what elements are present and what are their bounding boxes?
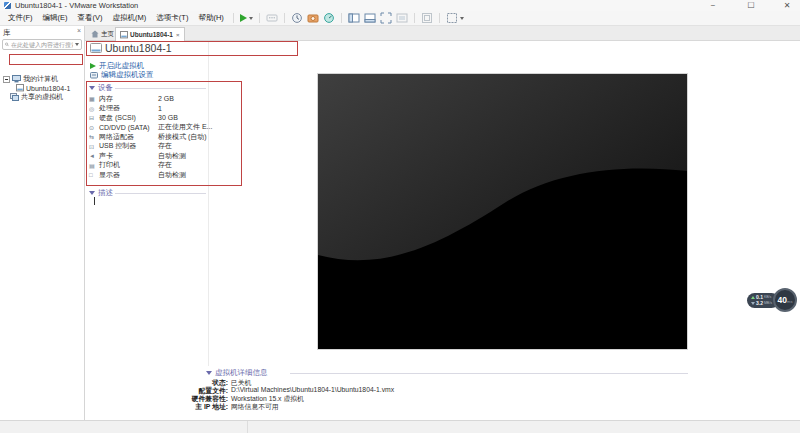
menu-toolbar: 文件(F) 编辑(E) 查看(V) 虚拟机(M) 选项卡(T) 帮助(H) [0,11,800,26]
device-label: 内存 [99,94,113,104]
section-rule [115,193,206,194]
fullscreen-icon [380,12,392,24]
search-input[interactable] [11,42,73,48]
fullscreen-button[interactable] [380,12,392,24]
wrench-icon [90,71,98,79]
menu-tabs[interactable]: 选项卡(T) [151,13,193,23]
tab-bar: 主页 × Ubuntu1804-1 × [85,26,800,41]
tab-vm-ubuntu1804-1[interactable]: Ubuntu1804-1 × [115,27,185,41]
power-on-button[interactable] [240,14,253,22]
tree-item-label: Ubuntu1804-1 [26,85,70,92]
device-value: 30 GB [158,114,178,121]
library-search[interactable] [2,39,82,50]
search-icon [5,41,9,48]
computer-icon [12,75,21,83]
minimize-button[interactable]: − [700,0,726,11]
unity-mode-button[interactable] [396,12,408,24]
menu-file[interactable]: 文件(F) [3,13,38,23]
latency-unit: ms [787,299,792,304]
device-row-processors[interactable]: ◎ 处理器 1 [89,104,241,113]
device-row-cd-dvd[interactable]: ⊙ CD/DVD (SATA) 正在使用文件 E... [89,123,241,132]
play-icon [240,14,247,22]
toolbar-separator [259,13,260,23]
vmware-logo-icon [4,2,11,9]
device-value: 正在使用文件 E... [158,122,212,132]
device-label: 处理器 [99,103,120,113]
description-section-header[interactable]: 描述 [89,188,113,198]
console-view-icon [421,12,433,24]
detail-value-config-file: D:\Virtual Machines\Ubuntu1804-1\Ubuntu1… [231,386,394,393]
show-library-button[interactable] [348,12,360,24]
status-bar-divider [247,421,248,433]
latency-badge[interactable]: 40 ms [773,288,797,312]
display-icon: □ [89,172,99,178]
device-value: 存在 [158,141,172,151]
library-sidebar: 库 × 我的计算机 Ubuntu1804-1 共享的虚拟机 [0,26,85,420]
device-value: 桥接模式 (自动) [158,132,207,142]
take-snapshot-button[interactable] [291,12,303,24]
details-section-header[interactable]: 虚拟机详细信息 [206,368,268,378]
device-label: CD/DVD (SATA) [99,124,150,131]
printer-icon: ▤ [89,162,99,169]
device-value: 自动检测 [158,170,186,180]
device-label: 声卡 [99,151,113,161]
description-text-cursor[interactable] [94,197,95,205]
tab-vm-close-icon[interactable]: × [176,32,180,38]
device-row-printer[interactable]: ▤ 打印机 存在 [89,161,241,170]
play-icon [90,63,96,69]
vm-title: Ubuntu1804-1 [105,42,172,54]
library-close-icon[interactable]: × [77,27,81,34]
vm-screen-thumbnail[interactable] [317,73,688,350]
menu-view[interactable]: 查看(V) [73,13,108,23]
send-ctrl-alt-del-button[interactable] [266,12,278,24]
menu-vm[interactable]: 虚拟机(M) [108,13,152,23]
processor-icon: ◎ [89,105,99,112]
upload-speed-unit: KB/s [764,295,771,300]
device-row-display[interactable]: □ 显示器 自动检测 [89,170,241,179]
device-row-memory[interactable]: ▦ 内存 2 GB [89,94,241,103]
latency-value: 40 [778,290,787,310]
snapshot-manager-button[interactable] [323,12,335,24]
layout-dropdown-button[interactable] [446,12,464,24]
device-row-sound-card[interactable]: ◄ 声卡 自动检测 [89,151,241,160]
tree-item-shared-vms[interactable]: 共享的虚拟机 [10,92,63,102]
show-thumbnail-bar-button[interactable] [364,12,376,24]
revert-snapshot-button[interactable] [307,12,319,24]
sound-card-icon: ◄ [89,153,99,159]
unity-mode-icon [396,12,408,24]
tab-vm-label: Ubuntu1804-1 [130,31,173,38]
tab-home-label: 主页 [101,30,114,39]
keyboard-icon [266,12,278,24]
pane-divider[interactable] [208,41,209,366]
search-caret-icon [75,43,79,46]
memory-icon: ▦ [89,95,99,102]
vm-icon [16,84,24,92]
edit-settings-link[interactable]: 编辑虚拟机设置 [90,70,154,80]
device-value: 存在 [158,160,172,170]
camera-icon [307,12,319,24]
library-title: 库 [3,28,11,38]
device-row-hard-disk[interactable]: ⊟ 硬盘 (SCSI) 30 GB [89,113,241,122]
hard-disk-icon: ⊟ [89,114,99,121]
section-rule [115,88,206,89]
menu-help[interactable]: 帮助(H) [193,13,228,23]
maximize-button[interactable]: ☐ [738,0,764,11]
device-value: 自动检测 [158,151,186,161]
status-bar [0,420,800,433]
download-arrow-icon [751,302,755,305]
devices-section-header[interactable]: 设备 [89,83,113,93]
menu-edit[interactable]: 编辑(E) [38,13,73,23]
close-button[interactable]: ✕ [774,0,800,11]
layout-dropdown-caret-icon [460,17,464,20]
device-row-usb-controller[interactable]: ⊡ USB 控制器 存在 [89,142,241,151]
clock-icon [291,12,303,24]
cd-dvd-icon: ⊙ [89,124,99,131]
device-row-network-adapter[interactable]: ⇆ 网络适配器 桥接模式 (自动) [89,132,241,141]
detail-label-primary-ip: 主 IP 地址: [160,402,228,412]
vmware-workstation-window: Ubuntu1804-1 - VMware Workstation − ☐ ✕ … [0,0,800,433]
description-header-label: 描述 [98,188,113,198]
console-view-button[interactable] [421,12,433,24]
gauge-icon [323,12,335,24]
toolbar-separator [414,13,415,23]
toolbar-separator [233,13,234,23]
